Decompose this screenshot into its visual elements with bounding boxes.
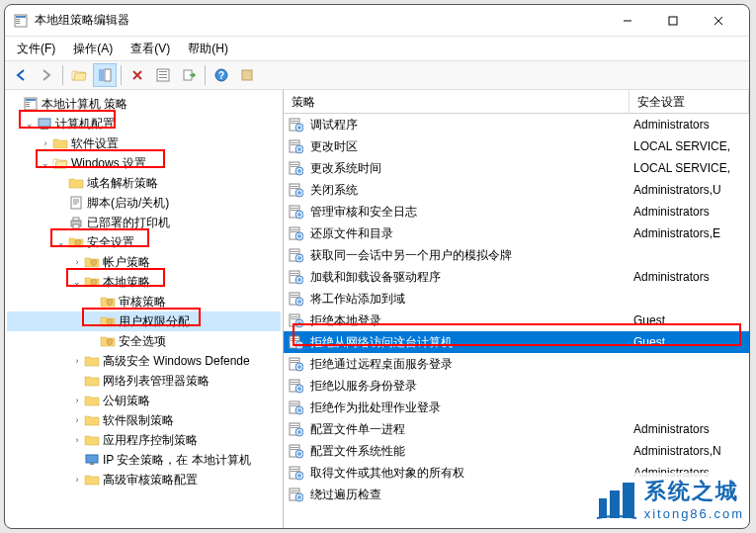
setting-value: Administrators bbox=[630, 118, 749, 132]
tree-advanced-audit[interactable]: › 高级审核策略配置 bbox=[7, 470, 281, 489]
list-row[interactable]: 拒绝以服务身份登录 bbox=[284, 375, 749, 397]
list-row[interactable]: 加载和卸载设备驱动程序Administrators bbox=[284, 266, 749, 288]
help-button[interactable] bbox=[210, 63, 233, 87]
up-button[interactable] bbox=[67, 63, 91, 87]
expand-icon[interactable]: › bbox=[70, 473, 84, 487]
setting-value: Guest bbox=[630, 313, 749, 327]
policy-item-icon bbox=[288, 269, 303, 285]
menu-help[interactable]: 帮助(H) bbox=[180, 39, 236, 59]
back-button[interactable] bbox=[9, 63, 33, 87]
list-row[interactable]: 拒绝通过远程桌面服务登录 bbox=[284, 353, 749, 375]
tree-account-policies[interactable]: › 帐户策略 bbox=[7, 252, 281, 272]
policy-label: 取得文件或其他对象的所有权 bbox=[310, 465, 464, 482]
tree-software-settings[interactable]: › 软件设置 bbox=[7, 133, 281, 153]
list-row[interactable]: 关闭系统Administrators,U bbox=[284, 179, 749, 201]
setting-value: Administrators,N bbox=[630, 444, 749, 458]
list-row[interactable]: 将工作站添加到域 bbox=[284, 288, 749, 310]
menu-view[interactable]: 查看(V) bbox=[123, 39, 178, 59]
separator bbox=[205, 65, 206, 85]
list-row[interactable]: 调试程序Administrators bbox=[284, 114, 749, 135]
tree-scripts[interactable]: 脚本(启动/关机) bbox=[7, 193, 281, 213]
delete-button[interactable] bbox=[126, 63, 149, 87]
tree-app-control[interactable]: › 应用程序控制策略 bbox=[7, 430, 281, 450]
close-button[interactable] bbox=[696, 6, 741, 36]
list-row[interactable]: 管理审核和安全日志Administrators bbox=[284, 201, 749, 222]
expand-icon[interactable]: › bbox=[70, 433, 84, 447]
forward-button[interactable] bbox=[35, 63, 58, 87]
minimize-button[interactable] bbox=[605, 6, 650, 36]
printer-icon bbox=[68, 215, 84, 230]
expand-icon[interactable]: › bbox=[70, 255, 84, 269]
shield-folder-icon bbox=[100, 313, 116, 329]
list-row[interactable]: 拒绝从网络访问这台计算机Guest bbox=[284, 331, 749, 353]
document-icon bbox=[23, 96, 39, 112]
tree-local-policies[interactable]: ⌄ 本地策略 bbox=[7, 272, 281, 292]
watermark-url: xitong86.com bbox=[644, 506, 744, 521]
policy-label: 更改系统时间 bbox=[310, 160, 381, 177]
expand-icon[interactable]: › bbox=[39, 136, 52, 150]
collapse-icon[interactable]: ⌄ bbox=[23, 117, 37, 131]
svg-rect-29 bbox=[99, 69, 104, 81]
policy-label: 更改时区 bbox=[310, 138, 358, 155]
folder-open-icon bbox=[52, 155, 68, 171]
shield-folder-icon bbox=[68, 234, 84, 250]
expand-icon[interactable]: › bbox=[70, 354, 84, 368]
folder-icon bbox=[84, 432, 100, 448]
collapse-icon[interactable]: ⌄ bbox=[70, 275, 84, 289]
list-row[interactable]: 更改时区LOCAL SERVICE, bbox=[284, 135, 749, 157]
policy-item-icon bbox=[288, 160, 303, 176]
policy-label: 配置文件系统性能 bbox=[310, 443, 405, 460]
properties-button[interactable] bbox=[151, 63, 175, 87]
refresh-button[interactable] bbox=[235, 63, 259, 87]
folder-icon bbox=[52, 135, 68, 151]
policy-label: 拒绝以服务身份登录 bbox=[310, 378, 417, 395]
tree-dns-policy[interactable]: 域名解析策略 bbox=[7, 173, 281, 193]
list-row[interactable]: 拒绝作为批处理作业登录 bbox=[284, 397, 749, 418]
folder-icon bbox=[84, 472, 100, 488]
tree-windows-settings[interactable]: ⌄ Windows 设置 bbox=[7, 153, 281, 173]
expand-icon[interactable]: › bbox=[70, 413, 84, 427]
column-header-policy[interactable]: 策略 bbox=[284, 90, 630, 113]
tree-audit-policy[interactable]: 审核策略 bbox=[7, 292, 281, 311]
tree-root[interactable]: 本地计算机 策略 bbox=[7, 94, 281, 114]
collapse-icon[interactable]: ⌄ bbox=[39, 156, 52, 170]
export-button[interactable] bbox=[177, 63, 201, 87]
policy-item-icon bbox=[288, 225, 303, 241]
tree-ip-security[interactable]: IP 安全策略，在 本地计算机 bbox=[7, 450, 281, 470]
script-icon bbox=[68, 195, 84, 211]
policy-item-icon bbox=[288, 182, 303, 198]
column-header-setting[interactable]: 安全设置 bbox=[630, 90, 749, 113]
menu-file[interactable]: 文件(F) bbox=[9, 39, 63, 59]
tree-security-settings[interactable]: ⌄ 安全设置 bbox=[7, 232, 281, 252]
tree-windows-defender[interactable]: › 高级安全 Windows Defende bbox=[7, 351, 281, 371]
collapse-icon[interactable]: ⌄ bbox=[54, 235, 68, 249]
setting-value: Administrators bbox=[630, 205, 749, 219]
tree-security-options[interactable]: 安全选项 bbox=[7, 331, 281, 351]
list-row[interactable]: 配置文件单一进程Administrators bbox=[284, 418, 749, 440]
tree-deployed-printers[interactable]: 已部署的打印机 bbox=[7, 213, 281, 232]
tree-software-restrict[interactable]: › 软件限制策略 bbox=[7, 410, 281, 430]
expand-icon[interactable]: › bbox=[70, 394, 84, 407]
list-row[interactable]: 获取同一会话中另一个用户的模拟令牌 bbox=[284, 244, 749, 266]
tree-computer-config[interactable]: ⌄ 计算机配置 bbox=[7, 114, 281, 133]
policy-item-icon bbox=[288, 312, 303, 328]
menu-action[interactable]: 操作(A) bbox=[65, 39, 121, 59]
show-hide-tree-button[interactable] bbox=[93, 63, 117, 87]
list-row[interactable]: 还原文件和目录Administrators,E bbox=[284, 222, 749, 244]
policy-item-icon bbox=[288, 400, 303, 415]
policy-item-icon bbox=[288, 291, 303, 307]
titlebar: 本地组策略编辑器 bbox=[5, 5, 749, 37]
computer-icon bbox=[37, 116, 52, 132]
list-view[interactable]: 策略 安全设置 调试程序Administrators更改时区LOCAL SERV… bbox=[284, 90, 749, 528]
list-row[interactable]: 更改系统时间LOCAL SERVICE, bbox=[284, 157, 749, 179]
list-row[interactable]: 配置文件系统性能Administrators,N bbox=[284, 440, 749, 462]
list-row[interactable]: 拒绝本地登录Guest bbox=[284, 310, 749, 331]
maximize-button[interactable] bbox=[650, 6, 696, 36]
tree-network-list[interactable]: 网络列表管理器策略 bbox=[7, 371, 281, 391]
tree-user-rights[interactable]: 用户权限分配 bbox=[7, 311, 281, 331]
policy-label: 拒绝本地登录 bbox=[310, 312, 381, 329]
tree-public-key[interactable]: › 公钥策略 bbox=[7, 391, 281, 410]
separator bbox=[62, 65, 63, 85]
tree-view[interactable]: 本地计算机 策略 ⌄ 计算机配置 › 软件设置 ⌄ Windows 设置 域名解… bbox=[5, 90, 284, 528]
policy-label: 绕过遍历检查 bbox=[310, 487, 381, 503]
